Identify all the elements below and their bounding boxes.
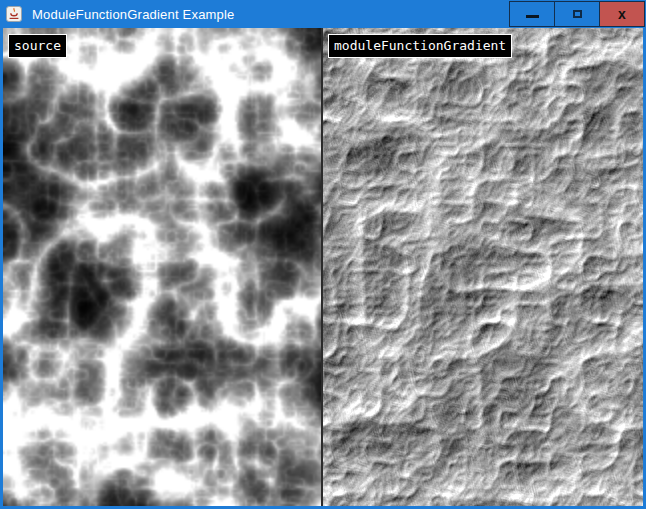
maximize-button[interactable] <box>554 1 600 27</box>
close-icon: x <box>618 7 626 21</box>
close-button[interactable]: x <box>599 1 645 27</box>
source-label: source <box>8 34 67 58</box>
source-noise-image <box>3 28 321 506</box>
titlebar[interactable]: ModuleFunctionGradient Example x <box>0 0 646 28</box>
window-title: ModuleFunctionGradient Example <box>32 7 235 22</box>
module-function-gradient-label: moduleFunctionGradient <box>328 34 512 58</box>
app-window: ModuleFunctionGradient Example x source … <box>0 0 646 509</box>
java-coffee-cup-icon <box>6 6 22 22</box>
content-area: source moduleFunctionGradient <box>3 28 643 506</box>
gradient-noise-image <box>323 28 643 506</box>
maximize-icon <box>573 10 582 18</box>
minimize-button[interactable] <box>509 1 555 27</box>
module-function-gradient-panel: moduleFunctionGradient <box>323 28 643 506</box>
minimize-icon <box>526 15 539 18</box>
window-controls: x <box>510 1 645 27</box>
source-panel: source <box>3 28 321 506</box>
